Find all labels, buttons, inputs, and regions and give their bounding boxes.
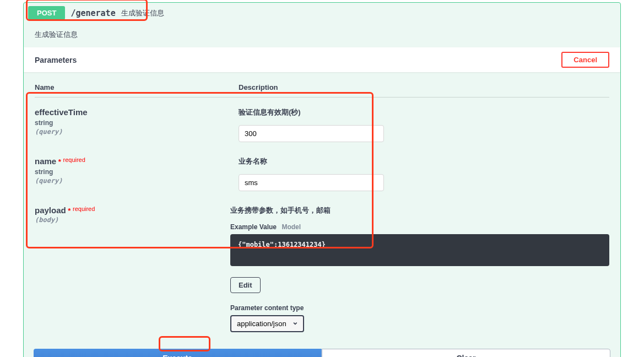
body-tabs: Example Value Model bbox=[230, 223, 609, 231]
endpoint-description: 生成验证信息 bbox=[24, 23, 620, 47]
table-header-row: Name Description bbox=[35, 83, 609, 98]
param-type: string bbox=[35, 168, 239, 176]
column-header-description: Description bbox=[239, 83, 609, 91]
parameters-heading: Parameters bbox=[35, 56, 77, 64]
cancel-button[interactable]: Cancel bbox=[561, 52, 609, 68]
http-method-badge: POST bbox=[28, 6, 65, 20]
endpoint-path: /generate bbox=[71, 8, 115, 18]
required-label: required bbox=[63, 156, 85, 163]
parameters-bar: Parameters Cancel bbox=[24, 47, 620, 72]
param-description: 业务名称 bbox=[239, 156, 609, 166]
param-row-payload: payload * required (body) 业务携带参数，如手机号，邮箱… bbox=[35, 205, 609, 332]
param-description: 业务携带参数，如手机号，邮箱 bbox=[230, 205, 609, 215]
edit-button[interactable]: Edit bbox=[230, 277, 261, 293]
param-row-name: name * required string (query) 业务名称 bbox=[35, 156, 609, 191]
column-header-name: Name bbox=[35, 83, 239, 91]
execute-button[interactable]: Execute bbox=[34, 349, 322, 357]
required-star-icon: * bbox=[68, 207, 71, 215]
param-input-effectivetime[interactable] bbox=[239, 125, 384, 142]
required-star-icon: * bbox=[58, 158, 61, 166]
param-type: string bbox=[35, 119, 239, 127]
param-in: (body) bbox=[35, 216, 230, 224]
param-row-effectivetime: effectiveTime string (query) 验证信息有效期(秒) bbox=[35, 107, 609, 142]
param-name: payload bbox=[35, 205, 66, 215]
param-in: (query) bbox=[35, 177, 239, 185]
action-button-row: Execute Clear bbox=[24, 349, 620, 357]
clear-button[interactable]: Clear bbox=[322, 349, 610, 357]
required-label: required bbox=[73, 205, 95, 212]
tab-model[interactable]: Model bbox=[282, 223, 301, 231]
content-type-select[interactable]: application/json bbox=[230, 315, 304, 332]
endpoint-summary: 生成验证信息 bbox=[121, 8, 164, 18]
param-input-name[interactable] bbox=[239, 174, 384, 191]
body-example-box[interactable]: {"mobile":13612341234} bbox=[230, 234, 609, 266]
operation-header[interactable]: POST /generate 生成验证信息 bbox=[24, 3, 620, 23]
operation-panel: POST /generate 生成验证信息 生成验证信息 Parameters … bbox=[23, 2, 621, 357]
param-name: effectiveTime bbox=[35, 107, 239, 117]
param-name: name bbox=[35, 156, 56, 166]
content-type-label: Parameter content type bbox=[230, 304, 609, 312]
param-description: 验证信息有效期(秒) bbox=[239, 107, 609, 117]
tab-example-value[interactable]: Example Value bbox=[230, 223, 277, 231]
parameters-table: Name Description effectiveTime string (q… bbox=[24, 72, 620, 349]
content-type-select-wrap: application/json bbox=[230, 315, 304, 332]
param-in: (query) bbox=[35, 128, 239, 136]
